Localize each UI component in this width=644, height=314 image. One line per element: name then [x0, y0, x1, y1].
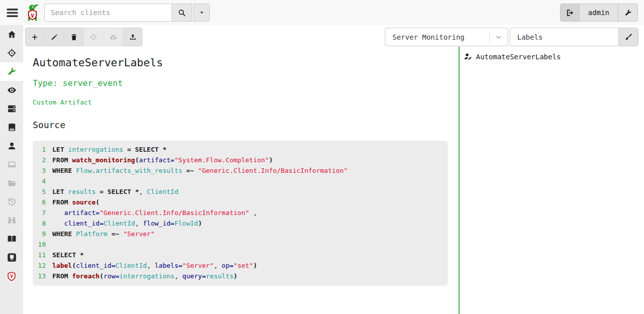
add-artifact-button[interactable]	[25, 28, 44, 46]
sidebar-item-velociraptor-site[interactable]: V	[0, 267, 23, 285]
velociraptor-app: V admin V Server Monitoring Labels Autom…	[0, 0, 644, 314]
code-text: FROM source(	[52, 197, 100, 207]
history-icon	[7, 197, 17, 206]
sidebar-item-notebooks[interactable]	[0, 118, 23, 137]
code-line: 1LET interrogations = SELECT *	[33, 144, 448, 155]
plus-icon	[31, 33, 39, 41]
client-search	[44, 4, 210, 22]
code-text: FROM foreach(row=interrogations, query=r…	[52, 271, 237, 281]
edit-artifact-button[interactable]	[45, 28, 64, 46]
server-stack-icon	[7, 104, 17, 114]
user-settings-button[interactable]	[618, 4, 637, 21]
artifact-type-select[interactable]: Server Monitoring	[385, 28, 508, 46]
trash-icon	[70, 33, 78, 41]
artifact-type-value: Server Monitoring	[385, 33, 489, 41]
caret-down-icon	[198, 9, 205, 16]
wrench-icon	[624, 9, 632, 17]
sidebar-item-collected-artifacts	[0, 192, 23, 211]
code-line: 2FROM watch_monitoring(artifact="System.…	[33, 155, 448, 165]
upload-icon	[129, 33, 137, 41]
folder-open-icon	[7, 178, 17, 188]
svg-text:V: V	[10, 273, 13, 278]
sidebar-item-hunt-manager[interactable]	[0, 44, 23, 62]
sidebar-item-github[interactable]	[0, 248, 23, 267]
code-line: 9WHERE Platform =~ "Server"	[33, 229, 448, 239]
code-text: LET results = SELECT *, ClientId	[52, 186, 178, 197]
search-button[interactable]	[172, 4, 192, 22]
code-text: artifact="Generic.Client.Info/BasicInfor…	[52, 207, 257, 218]
collect-artifact-button	[104, 28, 123, 46]
code-line: 7 artifact="Generic.Client.Info/BasicInf…	[33, 207, 448, 218]
top-navbar: V admin	[0, 0, 644, 25]
line-number: 1	[33, 144, 52, 155]
code-text: WHERE Flow.artifacts_with_results =~ "Ge…	[52, 165, 348, 176]
wrench-icon	[7, 67, 17, 76]
labels-filter: Labels	[510, 28, 638, 46]
artifact-type-line: Type: server_event	[33, 78, 458, 88]
sidebar-item-documentation[interactable]	[0, 230, 23, 248]
crosshair-icon	[90, 33, 98, 41]
sidebar-item-view-artifacts[interactable]	[0, 62, 23, 81]
user-menu: admin	[560, 4, 638, 22]
logout-button[interactable]	[560, 4, 580, 21]
code-line: 6FROM source(	[33, 197, 448, 207]
line-number: 8	[33, 218, 52, 229]
artifact-toolbar: Server Monitoring Labels	[23, 25, 644, 47]
sidebar-item-users[interactable]	[0, 137, 23, 155]
code-line: 8 client_id=ClientId, flow_id=FlowId)	[33, 218, 448, 229]
artifact-list-panel: AutomateServerLabels	[458, 47, 644, 314]
paintbrush-icon	[624, 33, 632, 41]
book-icon	[7, 123, 17, 132]
sidebar-item-virtual-filesystem	[0, 174, 23, 192]
line-number: 9	[33, 229, 52, 239]
sidebar-item-home[interactable]	[0, 25, 23, 44]
search-input[interactable]	[44, 4, 172, 22]
sidebar-item-server-artifacts[interactable]	[0, 99, 23, 118]
laptop-icon	[7, 160, 17, 169]
eye-icon	[7, 85, 17, 95]
selected-artifact-name: AutomateServerLabels	[476, 53, 561, 61]
custom-artifact-badge: Custom Artifact	[33, 98, 458, 106]
shield-v-icon: V	[7, 271, 17, 281]
line-number: 3	[33, 165, 52, 176]
upload-artifact-button[interactable]	[123, 28, 142, 46]
labels-paint-button[interactable]	[618, 28, 638, 46]
line-number: 11	[33, 250, 52, 260]
crosshair-icon	[7, 48, 17, 58]
code-text: LET interrogations = SELECT *	[52, 144, 167, 155]
code-line: 11SELECT *	[33, 250, 448, 260]
delete-artifact-button[interactable]	[64, 28, 84, 46]
chevron-down-icon	[495, 33, 503, 41]
code-line: 10	[33, 239, 448, 250]
logout-icon	[566, 9, 574, 17]
line-number: 12	[33, 260, 52, 271]
labels-filter-input[interactable]: Labels	[510, 28, 618, 46]
book-open-icon	[7, 234, 17, 244]
line-number: 4	[33, 176, 52, 186]
source-heading: Source	[33, 120, 458, 130]
sidebar-item-host-information	[0, 155, 23, 174]
line-number: 2	[33, 155, 52, 165]
svg-text:V: V	[31, 13, 34, 19]
velociraptor-logo-icon: V	[25, 2, 40, 23]
sidebar-item-client-events	[0, 211, 23, 230]
pencil-icon	[50, 33, 58, 41]
code-text: WHERE Platform =~ "Server"	[52, 229, 155, 239]
code-text: label(client_id=ClientId, labels="Server…	[52, 260, 257, 271]
line-number: 13	[33, 271, 52, 281]
source-code: 1LET interrogations = SELECT *2FROM watc…	[33, 141, 448, 286]
hamburger-menu-icon[interactable]	[4, 6, 21, 20]
sidebar-item-server-events[interactable]	[0, 81, 23, 99]
binoculars-icon	[7, 216, 17, 225]
code-line: 5LET results = SELECT *, ClientId	[33, 186, 448, 197]
github-icon	[7, 253, 17, 262]
line-number: 7	[33, 207, 52, 218]
cloud-down-icon	[109, 33, 117, 41]
artifact-title: AutomateServerLabels	[33, 56, 458, 69]
line-number: 10	[33, 239, 52, 250]
search-icon	[178, 9, 186, 17]
search-options-button[interactable]	[193, 4, 210, 22]
user-edit-icon	[464, 52, 472, 61]
selected-artifact-row[interactable]: AutomateServerLabels	[460, 47, 644, 61]
code-line: 13FROM foreach(row=interrogations, query…	[33, 271, 448, 281]
